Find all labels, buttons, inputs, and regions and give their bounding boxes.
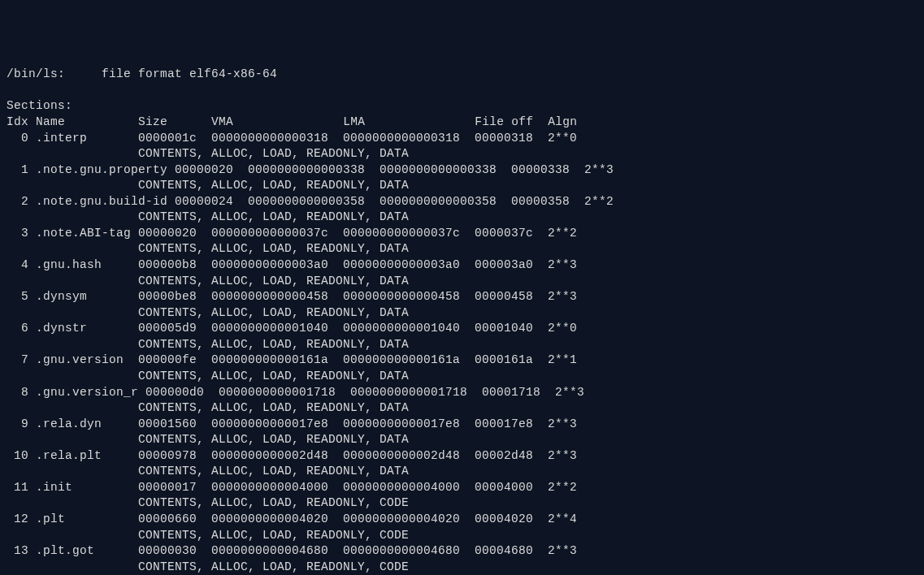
section-row: 6 .dynstr 000005d9 0000000000001040 0000… — [7, 322, 577, 335]
col-algn: Algn — [548, 115, 577, 128]
terminal-output: /bin/ls: file format elf64-x86-64 Sectio… — [7, 67, 917, 575]
section-row: 7 .gnu.version 000000fe 000000000000161a… — [7, 353, 577, 366]
section-row: 1 .note.gnu.property 00000020 0000000000… — [7, 163, 614, 176]
section-row: 0 .interp 0000001c 0000000000000318 0000… — [7, 132, 577, 145]
section-row: 8 .gnu.version_r 000000d0 00000000000017… — [7, 386, 584, 399]
file-name: /bin/ls: — [7, 67, 65, 80]
col-vma: VMA — [211, 115, 233, 128]
section-row: 3 .note.ABI-tag 00000020 000000000000037… — [7, 227, 577, 240]
section-row: 12 .plt 00000660 0000000000004020 000000… — [7, 512, 577, 525]
section-flags: CONTENTS, ALLOC, LOAD, READONLY, DATA — [7, 433, 409, 446]
sections-label: Sections: — [7, 99, 72, 112]
section-row: 11 .init 00000017 0000000000004000 00000… — [7, 481, 577, 494]
col-size: Size — [138, 115, 167, 128]
section-flags: CONTENTS, ALLOC, LOAD, READONLY, DATA — [7, 147, 409, 160]
section-flags: CONTENTS, ALLOC, LOAD, READONLY, DATA — [7, 242, 409, 255]
section-row: 13 .plt.got 00000030 0000000000004680 00… — [7, 544, 577, 557]
section-row: 9 .rela.dyn 00001560 00000000000017e8 00… — [7, 417, 577, 430]
section-flags: CONTENTS, ALLOC, LOAD, READONLY, DATA — [7, 338, 409, 351]
section-flags: CONTENTS, ALLOC, LOAD, READONLY, DATA — [7, 210, 409, 223]
col-idx: Idx — [7, 115, 28, 128]
section-flags: CONTENTS, ALLOC, LOAD, READONLY, DATA — [7, 401, 409, 414]
section-row: 4 .gnu.hash 000000b8 00000000000003a0 00… — [7, 258, 577, 271]
file-format: file format elf64-x86-64 — [102, 67, 277, 80]
section-flags: CONTENTS, ALLOC, LOAD, READONLY, DATA — [7, 306, 409, 319]
sections-list: 0 .interp 0000001c 0000000000000318 0000… — [7, 131, 917, 576]
file-header-line: /bin/ls: file format elf64-x86-64 — [7, 67, 277, 80]
section-flags: CONTENTS, ALLOC, LOAD, READONLY, CODE — [7, 496, 409, 509]
section-flags: CONTENTS, ALLOC, LOAD, READONLY, CODE — [7, 560, 409, 573]
section-flags: CONTENTS, ALLOC, LOAD, READONLY, DATA — [7, 465, 409, 478]
column-headers-row: Idx Name Size VMA LMA File off Algn — [7, 115, 577, 128]
section-flags: CONTENTS, ALLOC, LOAD, READONLY, DATA — [7, 370, 409, 383]
col-fileoff: File off — [475, 115, 533, 128]
section-row: 10 .rela.plt 00000978 0000000000002d48 0… — [7, 449, 577, 462]
section-flags: CONTENTS, ALLOC, LOAD, READONLY, CODE — [7, 529, 409, 542]
section-flags: CONTENTS, ALLOC, LOAD, READONLY, DATA — [7, 179, 409, 192]
col-name: Name — [36, 115, 65, 128]
section-row: 2 .note.gnu.build-id 00000024 0000000000… — [7, 195, 614, 208]
section-row: 5 .dynsym 00000be8 0000000000000458 0000… — [7, 290, 577, 303]
section-flags: CONTENTS, ALLOC, LOAD, READONLY, DATA — [7, 275, 409, 288]
col-lma: LMA — [343, 115, 365, 128]
